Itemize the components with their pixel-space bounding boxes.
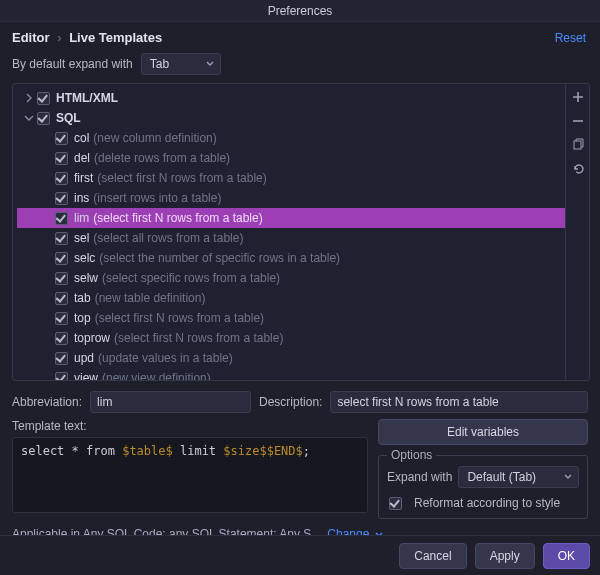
tree-label: first (74, 171, 93, 185)
tree-item[interactable]: upd (update values in a table) (17, 348, 565, 368)
dialog-footer: Cancel Apply OK (0, 535, 600, 575)
tree-item[interactable]: view (new view definition) (17, 368, 565, 380)
tree-checkbox[interactable] (55, 332, 68, 345)
expand-with-combo[interactable]: Default (Tab) (458, 466, 579, 488)
tree-checkbox[interactable] (55, 372, 68, 381)
ok-button[interactable]: OK (543, 543, 590, 569)
tree-hint: (new view definition) (102, 371, 211, 380)
expand-with-label: Expand with (387, 470, 452, 484)
tree-label: HTML/XML (56, 91, 118, 105)
tree-checkbox[interactable] (55, 292, 68, 305)
code-var: $size$$END$ (223, 444, 302, 458)
tree-label: ins (74, 191, 89, 205)
templates-tree-panel: HTML/XMLSQLcol (new column definition)de… (12, 83, 590, 381)
tree-checkbox[interactable] (55, 152, 68, 165)
tree-toolbar (565, 84, 589, 380)
tree-hint: (select specific rows from a table) (102, 271, 280, 285)
tree-hint: (select first N rows from a table) (95, 311, 264, 325)
description-label: Description: (259, 395, 322, 409)
code-plain: ; (303, 444, 310, 458)
tree-hint: (update values in a table) (98, 351, 233, 365)
breadcrumb-root[interactable]: Editor (12, 30, 50, 45)
tree-item[interactable]: top (select first N rows from a table) (17, 308, 565, 328)
tree-item[interactable]: del (delete rows from a table) (17, 148, 565, 168)
tree-label: SQL (56, 111, 81, 125)
abbreviation-input[interactable] (90, 391, 251, 413)
cancel-button[interactable]: Cancel (399, 543, 466, 569)
tree-label: tab (74, 291, 91, 305)
tree-checkbox[interactable] (55, 352, 68, 365)
tree-label: top (74, 311, 91, 325)
tree-label: selw (74, 271, 98, 285)
tree-label: upd (74, 351, 94, 365)
tree-checkbox[interactable] (37, 92, 50, 105)
tree-label: lim (74, 211, 89, 225)
code-var: $table$ (122, 444, 173, 458)
add-button[interactable] (569, 88, 587, 106)
tree-label: selc (74, 251, 95, 265)
expand-with-default-label: By default expand with (12, 57, 133, 71)
tree-item[interactable]: col (new column definition) (17, 128, 565, 148)
tree-checkbox[interactable] (55, 172, 68, 185)
description-input[interactable] (330, 391, 588, 413)
reset-link[interactable]: Reset (555, 31, 586, 45)
tree-hint: (select all rows from a table) (93, 231, 243, 245)
copy-button[interactable] (569, 136, 587, 154)
tree-label: view (74, 371, 98, 380)
edit-variables-button[interactable]: Edit variables (378, 419, 588, 445)
chevron-down-icon[interactable] (23, 113, 35, 123)
revert-button[interactable] (569, 160, 587, 178)
tree-item[interactable]: first (select first N rows from a table) (17, 168, 565, 188)
expand-with-default-combo[interactable]: Tab (141, 53, 221, 75)
tree-item[interactable]: ins (insert rows into a table) (17, 188, 565, 208)
tree-label: del (74, 151, 90, 165)
tree-group[interactable]: HTML/XML (17, 88, 565, 108)
options-legend: Options (387, 448, 436, 462)
template-text-editor[interactable]: select * from $table$ limit $size$$END$; (12, 437, 368, 513)
tree-hint: (new column definition) (93, 131, 216, 145)
options-fieldset: Options Expand with Default (Tab) Reform… (378, 455, 588, 519)
tree-group[interactable]: SQL (17, 108, 565, 128)
chevron-right-icon: › (53, 30, 65, 45)
tree-item[interactable]: selc (select the number of specific rows… (17, 248, 565, 268)
tree-item[interactable]: sel (select all rows from a table) (17, 228, 565, 248)
reformat-checkbox[interactable] (389, 497, 402, 510)
tree-item[interactable]: selw (select specific rows from a table) (17, 268, 565, 288)
tree-hint: (delete rows from a table) (94, 151, 230, 165)
tree-checkbox[interactable] (55, 132, 68, 145)
tree-hint: (select first N rows from a table) (93, 211, 262, 225)
tree-label: toprow (74, 331, 110, 345)
tree-checkbox[interactable] (55, 232, 68, 245)
tree-checkbox[interactable] (55, 272, 68, 285)
code-plain: select * from (21, 444, 122, 458)
tree-checkbox[interactable] (55, 212, 68, 225)
chevron-down-icon (206, 60, 214, 68)
tree-hint: (insert rows into a table) (93, 191, 221, 205)
chevron-right-icon[interactable] (23, 93, 35, 103)
remove-button[interactable] (569, 112, 587, 130)
tree-checkbox[interactable] (37, 112, 50, 125)
breadcrumb-leaf: Live Templates (69, 30, 162, 45)
tree-hint: (select the number of specific rows in a… (99, 251, 340, 265)
tree-checkbox[interactable] (55, 312, 68, 325)
templates-tree[interactable]: HTML/XMLSQLcol (new column definition)de… (13, 84, 565, 380)
abbreviation-label: Abbreviation: (12, 395, 82, 409)
tree-hint: (select first N rows from a table) (114, 331, 283, 345)
tree-item[interactable]: tab (new table definition) (17, 288, 565, 308)
apply-button[interactable]: Apply (475, 543, 535, 569)
tree-hint: (select first N rows from a table) (97, 171, 266, 185)
chevron-down-icon (564, 473, 572, 481)
window-title: Preferences (0, 0, 600, 22)
code-plain: limit (173, 444, 224, 458)
reformat-label: Reformat according to style (414, 496, 560, 510)
tree-checkbox[interactable] (55, 192, 68, 205)
expand-with-value: Default (Tab) (467, 470, 536, 484)
tree-item[interactable]: lim (select first N rows from a table) (17, 208, 565, 228)
template-text-label: Template text: (12, 419, 368, 433)
tree-hint: (new table definition) (95, 291, 206, 305)
svg-rect-0 (574, 141, 581, 149)
tree-item[interactable]: toprow (select first N rows from a table… (17, 328, 565, 348)
tree-checkbox[interactable] (55, 252, 68, 265)
expand-with-default-value: Tab (150, 57, 169, 71)
header: Editor › Live Templates Reset (0, 22, 600, 49)
